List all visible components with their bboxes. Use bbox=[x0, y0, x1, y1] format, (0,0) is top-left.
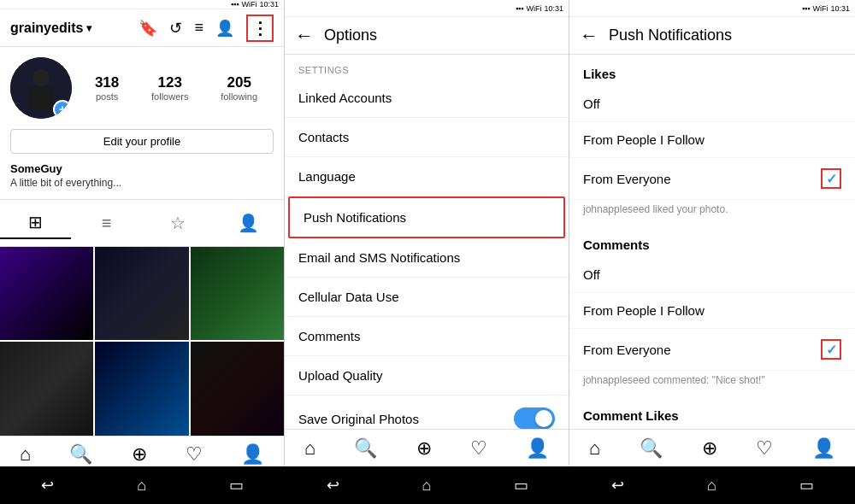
bottom-nav-2: ⌂ 🔍 ⊕ ♡ 👤 bbox=[285, 429, 569, 466]
photo-1[interactable] bbox=[0, 247, 93, 340]
nav3-heart-icon[interactable]: ♡ bbox=[756, 437, 773, 460]
photo-grid bbox=[0, 247, 284, 436]
avatar: + bbox=[10, 57, 72, 119]
grid-tabs: ⊞ ≡ ☆ 👤 bbox=[0, 199, 284, 247]
wifi-icon-3: WiFi bbox=[812, 4, 828, 13]
posts-stat[interactable]: 318 posts bbox=[95, 74, 119, 102]
sys-back-2[interactable]: ↩ bbox=[327, 476, 339, 495]
contacts-label: Contacts bbox=[298, 130, 349, 144]
star-icon: ☆ bbox=[170, 213, 186, 233]
comments-off-option[interactable]: Off bbox=[569, 257, 855, 293]
linked-accounts-label: Linked Accounts bbox=[298, 91, 392, 105]
tag-person-icon: 👤 bbox=[238, 213, 259, 233]
edit-profile-button[interactable]: Edit your profile bbox=[10, 129, 274, 154]
nav2-heart-icon[interactable]: ♡ bbox=[470, 437, 487, 460]
followers-label: followers bbox=[151, 91, 188, 102]
nav-add-icon[interactable]: ⊕ bbox=[132, 443, 147, 466]
sys-recent-1[interactable]: ▭ bbox=[229, 476, 244, 495]
option-comments[interactable]: Comments bbox=[285, 317, 569, 356]
sys-home-1[interactable]: ⌂ bbox=[137, 477, 146, 495]
photo-2[interactable] bbox=[95, 247, 188, 340]
options-back-button[interactable]: ← bbox=[295, 25, 314, 47]
photo-5[interactable] bbox=[95, 342, 188, 435]
push-back-button[interactable]: ← bbox=[580, 25, 598, 47]
option-linked-accounts[interactable]: Linked Accounts bbox=[285, 79, 569, 118]
nav-home-icon[interactable]: ⌂ bbox=[20, 443, 31, 466]
photo-6[interactable] bbox=[191, 342, 284, 435]
push-content: Likes Off From People I Follow From Ever… bbox=[569, 55, 855, 429]
likes-follow-label: From People I Follow bbox=[583, 132, 705, 147]
system-nav-2: ↩ ⌂ ▭ bbox=[285, 476, 569, 495]
email-sms-label: Email and SMS Notifications bbox=[298, 250, 460, 265]
options-list: SETTINGS Linked Accounts Contacts Langua… bbox=[285, 55, 569, 429]
more-options-icon[interactable]: ⋮ bbox=[246, 15, 274, 42]
likes-hint: johnappleseed liked your photo. bbox=[569, 200, 855, 226]
sys-home-2[interactable]: ⌂ bbox=[422, 477, 432, 495]
comments-from-follow-option[interactable]: From People I Follow bbox=[569, 293, 855, 329]
option-email-sms[interactable]: Email and SMS Notifications bbox=[285, 238, 569, 278]
posts-label: posts bbox=[96, 91, 118, 102]
nav-profile-icon[interactable]: 👤 bbox=[241, 443, 264, 466]
nav3-home-icon[interactable]: ⌂ bbox=[589, 437, 600, 460]
language-label: Language bbox=[298, 169, 356, 184]
option-cellular[interactable]: Cellular Data Use bbox=[285, 278, 569, 317]
sys-back-3[interactable]: ↩ bbox=[611, 476, 624, 495]
history-icon[interactable]: ↺ bbox=[169, 19, 182, 38]
photo-3[interactable] bbox=[191, 247, 284, 340]
comments-follow-label: From People I Follow bbox=[583, 303, 705, 318]
likes-everyone-checkbox[interactable] bbox=[821, 168, 841, 189]
svg-rect-2 bbox=[29, 86, 53, 110]
nav-search-icon[interactable]: 🔍 bbox=[69, 443, 92, 466]
nav3-add-icon[interactable]: ⊕ bbox=[702, 437, 717, 460]
bookmark-icon[interactable]: 🔖 bbox=[139, 19, 157, 38]
status-icons-3: ▪▪▪ WiFi 10:31 bbox=[802, 4, 850, 13]
grid-icon: ⊞ bbox=[28, 212, 43, 232]
tab-grid[interactable]: ⊞ bbox=[0, 207, 71, 239]
time-2: 10:31 bbox=[544, 4, 563, 13]
bottom-nav-1: ⌂ 🔍 ⊕ ♡ 👤 bbox=[0, 436, 284, 466]
likes-from-follow-option[interactable]: From People I Follow bbox=[569, 122, 855, 158]
nav3-search-icon[interactable]: 🔍 bbox=[640, 437, 663, 460]
photo-4[interactable] bbox=[0, 342, 93, 435]
tab-saved[interactable]: ☆ bbox=[142, 207, 213, 239]
nav3-profile-icon[interactable]: 👤 bbox=[812, 437, 835, 460]
save-photos-toggle[interactable] bbox=[514, 407, 555, 429]
nav2-profile-icon[interactable]: 👤 bbox=[526, 437, 549, 460]
followers-stat[interactable]: 123 followers bbox=[151, 74, 188, 102]
nav2-search-icon[interactable]: 🔍 bbox=[354, 437, 377, 460]
dropdown-icon[interactable]: ▾ bbox=[86, 22, 91, 34]
list-icon[interactable]: ≡ bbox=[194, 19, 203, 37]
likes-from-everyone-option[interactable]: From Everyone bbox=[569, 158, 855, 200]
signal-icon-2: ▪▪▪ bbox=[516, 4, 524, 13]
tab-list[interactable]: ≡ bbox=[71, 207, 142, 239]
option-language[interactable]: Language bbox=[285, 157, 569, 196]
following-stat[interactable]: 205 following bbox=[221, 74, 257, 102]
add-to-story-btn[interactable]: + bbox=[53, 100, 72, 119]
sys-back-1[interactable]: ↩ bbox=[41, 476, 54, 495]
profile-bio: A little bit of everything... bbox=[10, 177, 274, 189]
tab-tagged[interactable]: 👤 bbox=[213, 207, 284, 239]
screen-push-notifications: ▪▪▪ WiFi 10:31 ← Push Notifications Like… bbox=[569, 0, 855, 466]
username-display[interactable]: grainyedits ▾ bbox=[10, 21, 91, 36]
sys-recent-2[interactable]: ▭ bbox=[514, 476, 528, 495]
stats-row: + 318 posts 123 followers 205 following bbox=[10, 57, 274, 119]
sys-recent-3[interactable]: ▭ bbox=[799, 476, 814, 495]
cellular-label: Cellular Data Use bbox=[298, 290, 399, 304]
wifi-icon-2: WiFi bbox=[526, 4, 541, 13]
add-person-icon[interactable]: 👤 bbox=[215, 19, 234, 38]
nav-heart-icon[interactable]: ♡ bbox=[186, 443, 203, 466]
likes-off-option[interactable]: Off bbox=[569, 86, 855, 122]
option-save-photos[interactable]: Save Original Photos bbox=[285, 396, 569, 429]
status-icons-1: ▪▪▪ WiFi 10:31 bbox=[231, 0, 279, 9]
option-contacts[interactable]: Contacts bbox=[285, 118, 569, 157]
nav2-home-icon[interactable]: ⌂ bbox=[304, 437, 315, 460]
profile-info: + 318 posts 123 followers 205 following bbox=[0, 47, 284, 199]
comments-label: Comments bbox=[298, 329, 361, 343]
comments-from-everyone-option[interactable]: From Everyone bbox=[569, 329, 855, 371]
option-upload-quality[interactable]: Upload Quality bbox=[285, 356, 569, 396]
sys-home-3[interactable]: ⌂ bbox=[707, 477, 716, 495]
option-push-notifications[interactable]: Push Notifications bbox=[288, 196, 565, 238]
comments-everyone-checkbox[interactable] bbox=[821, 339, 841, 360]
signal-icon: ▪▪▪ bbox=[231, 0, 239, 9]
nav2-add-icon[interactable]: ⊕ bbox=[416, 437, 432, 460]
